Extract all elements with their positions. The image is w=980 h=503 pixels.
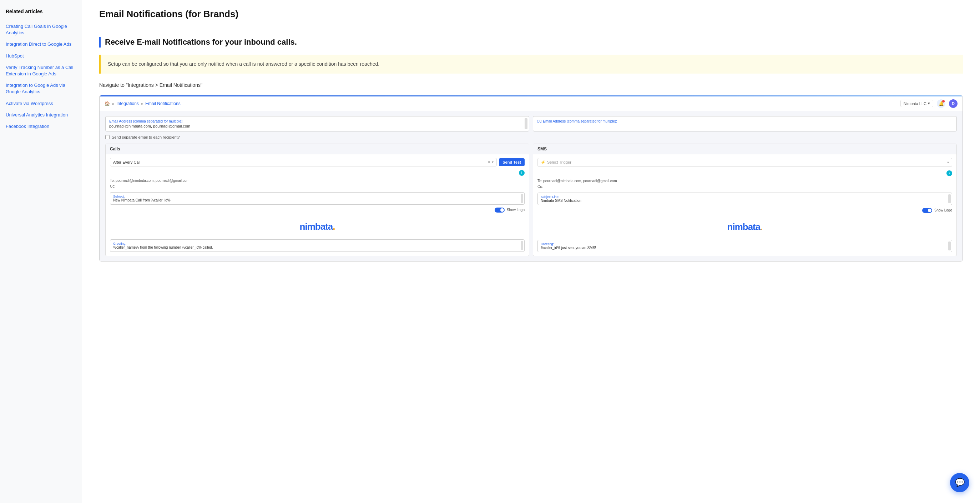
- two-col-layout: Calls After Every Call ✕ ▾ Send Test: [105, 144, 957, 256]
- sms-show-logo-label: Show Logo: [934, 208, 952, 212]
- chat-widget[interactable]: 💬: [950, 473, 969, 492]
- breadcrumb-sep-1: »: [112, 101, 114, 106]
- sms-greeting-label: Greeting:: [541, 242, 949, 246]
- notification-dot: [942, 100, 945, 102]
- sidebar-item-activate-wordpress[interactable]: Activate via Wordpress: [6, 98, 76, 109]
- chevron-down-icon: ▾: [928, 101, 930, 106]
- email-fields-row: Email Address (comma separated for multi…: [105, 116, 957, 131]
- email-field-value: pournadi@nimbata.com, pournadi@gmail.com: [109, 124, 525, 128]
- calls-info-dot: i: [519, 170, 525, 176]
- sms-info-dot: i: [947, 171, 952, 176]
- breadcrumb-email-notifications[interactable]: Email Notifications: [145, 101, 181, 106]
- main-content: Email Notifications (for Brands) Receive…: [82, 0, 980, 503]
- send-separate-row: Send separate email to each recipient?: [105, 135, 957, 139]
- screenshot-container: 🏠 » Integrations » Email Notifications N…: [99, 95, 963, 262]
- sms-subject-line-label: Subject Line:: [541, 195, 949, 199]
- callout-text: Setup can be configured so that you are …: [108, 61, 379, 67]
- chevron-down-icon: ▾: [947, 160, 949, 164]
- sms-col: SMS ⚡ Select Trigger ▾ i: [533, 144, 957, 256]
- calls-col: Calls After Every Call ✕ ▾ Send Test: [105, 144, 529, 256]
- calls-greeting-value: %caller_name% from the following number …: [113, 246, 522, 249]
- send-separate-label: Send separate email to each recipient?: [112, 135, 180, 139]
- calls-show-logo-toggle[interactable]: [495, 208, 504, 212]
- lightning-icon: ⚡: [541, 160, 546, 165]
- sms-nimbata-logo: nimbata.: [727, 222, 763, 233]
- sms-greeting-value: %caller_id% just sent you an SMS!: [541, 246, 949, 250]
- sms-nimbata-dot: .: [760, 222, 762, 232]
- calls-greeting-label: Greeting:: [113, 242, 522, 246]
- sms-show-logo-toggle[interactable]: [922, 208, 932, 213]
- sms-header: SMS: [533, 144, 956, 154]
- calls-subject-scroll: [521, 194, 523, 203]
- calls-nimbata-dot: .: [332, 221, 335, 232]
- sms-subject-field[interactable]: Subject Line: Nimbata SMS Notification: [538, 193, 952, 205]
- sidebar-item-universal-analytics[interactable]: Universal Analytics Integration: [6, 109, 76, 121]
- callout-box: Setup can be configured so that you are …: [99, 55, 963, 73]
- send-test-button[interactable]: Send Test: [499, 158, 525, 166]
- sms-nimbata-logo-area: nimbata.: [538, 216, 952, 237]
- app-body: Email Address (comma separated for multi…: [100, 111, 963, 261]
- sidebar-item-verify-tracking[interactable]: Verify Tracking Number as a Call Extensi…: [6, 62, 76, 80]
- company-selector[interactable]: Nimbata LLC ▾: [900, 100, 933, 107]
- email-field-label: Email Address (comma separated for multi…: [109, 119, 525, 123]
- sms-greeting-scroll: [948, 241, 951, 251]
- calls-cc-line: Cc:: [110, 184, 525, 189]
- send-separate-checkbox[interactable]: [105, 135, 110, 139]
- avatar-button[interactable]: D: [949, 99, 958, 108]
- calls-nimbata-logo: nimbata.: [300, 221, 335, 232]
- app-header: 🏠 » Integrations » Email Notifications N…: [100, 96, 963, 111]
- calls-nimbata-logo-area: nimbata.: [110, 216, 525, 236]
- sms-greeting-field[interactable]: Greeting: %caller_id% just sent you an S…: [538, 240, 952, 252]
- sidebar-item-hubspot[interactable]: HubSpot: [6, 50, 76, 62]
- cc-field-label: CC Email Address (comma separated for mu…: [537, 119, 953, 123]
- calls-body: After Every Call ✕ ▾ Send Test i: [106, 154, 529, 255]
- sidebar-title: Related articles: [6, 9, 76, 14]
- sms-to-line: To: pournadi@nimbata.com, pournadi@gmail…: [538, 178, 952, 184]
- sms-cc-line: Cc:: [538, 184, 952, 190]
- page-title: Email Notifications (for Brands): [99, 9, 963, 20]
- calls-greeting-scroll: [521, 241, 523, 250]
- clear-icon[interactable]: ✕: [487, 160, 490, 164]
- calls-show-logo-row: Show Logo: [110, 208, 525, 212]
- calls-subject-value: New Nimbata Call from %caller_id%: [113, 198, 522, 202]
- sidebar-item-creating-call-goals[interactable]: Creating Call Goals in Google Analytics: [6, 21, 76, 38]
- sms-show-logo-row: Show Logo: [538, 208, 952, 213]
- calls-trigger-row: After Every Call ✕ ▾ Send Test: [110, 158, 525, 166]
- header-right: Nimbata LLC ▾ 🔔 D: [900, 99, 958, 108]
- scroll-handle: [525, 118, 527, 129]
- sidebar-item-integration-direct[interactable]: Integration Direct to Google Ads: [6, 38, 76, 50]
- chat-icon: 💬: [955, 478, 965, 487]
- sms-subject-scroll: [948, 194, 951, 203]
- calls-trigger-select[interactable]: After Every Call ✕ ▾: [110, 158, 497, 166]
- calls-header: Calls: [106, 144, 529, 154]
- calls-trigger-value: After Every Call: [113, 160, 140, 164]
- divider: [99, 27, 963, 27]
- sms-to-cc: To: pournadi@nimbata.com, pournadi@gmail…: [538, 178, 952, 190]
- company-name: Nimbata LLC: [904, 101, 926, 106]
- calls-greeting-field[interactable]: Greeting: %caller_name% from the followi…: [110, 240, 525, 252]
- sidebar: Related articles Creating Call Goals in …: [0, 0, 82, 503]
- calls-to-line: To: pournadi@nimbata.com, pournadi@gmail…: [110, 178, 525, 184]
- breadcrumb-integrations[interactable]: Integrations: [116, 101, 139, 106]
- sms-trigger-select[interactable]: ⚡ Select Trigger ▾: [538, 158, 952, 167]
- chevron-icon: ▾: [492, 160, 493, 164]
- sidebar-item-facebook-integration[interactable]: Facebook Integration: [6, 121, 76, 132]
- section-heading: Receive E-mail Notifications for your in…: [99, 37, 963, 48]
- notifications-button[interactable]: 🔔: [937, 99, 945, 108]
- sidebar-item-integration-via-analytics[interactable]: Integration to Google Ads via Google Ana…: [6, 80, 76, 97]
- breadcrumb-sep-2: »: [141, 101, 143, 106]
- calls-show-logo-label: Show Logo: [507, 208, 525, 212]
- home-icon: 🏠: [105, 101, 110, 106]
- sms-body: ⚡ Select Trigger ▾ i To: pournadi@nimbat…: [533, 154, 956, 256]
- cc-address-field[interactable]: CC Email Address (comma separated for mu…: [533, 116, 957, 131]
- calls-to-cc: To: pournadi@nimbata.com, pournadi@gmail…: [110, 178, 525, 189]
- nav-instruction: Navigate to "Integrations > Email Notifi…: [99, 82, 963, 88]
- sms-subject-line-value: Nimbata SMS Notification: [541, 199, 949, 203]
- sms-trigger-placeholder: Select Trigger: [547, 160, 571, 164]
- calls-subject-field[interactable]: Subject: New Nimbata Call from %caller_i…: [110, 192, 525, 205]
- email-address-field[interactable]: Email Address (comma separated for multi…: [105, 116, 529, 131]
- calls-subject-label: Subject:: [113, 195, 522, 198]
